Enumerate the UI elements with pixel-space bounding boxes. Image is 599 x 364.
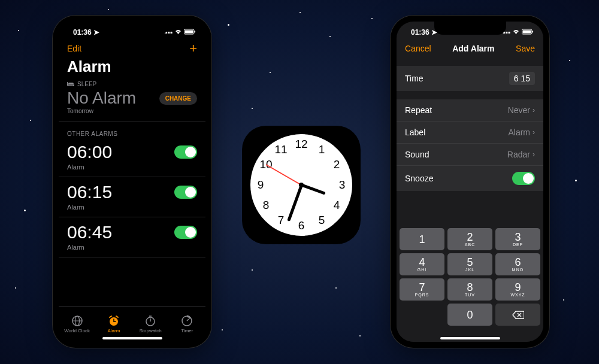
- alarm-time: 06:45: [67, 222, 112, 242]
- globe-icon: [71, 315, 83, 327]
- alarm-time: 06:15: [67, 182, 112, 202]
- key-backspace[interactable]: [495, 304, 540, 326]
- label-row[interactable]: Label Alarm›: [397, 122, 543, 144]
- chevron-right-icon: ›: [533, 128, 535, 136]
- alarm-icon: [108, 315, 120, 327]
- clock-app-icon: 12 1 2 3 4 5 6 7 8 9 10 11: [242, 126, 361, 244]
- alarm-item[interactable]: 06:15 Alarm: [59, 180, 205, 220]
- notch: [96, 22, 168, 35]
- divider: [59, 122, 205, 122]
- battery-icon: [184, 28, 196, 37]
- sleep-section-label: Sleep: [77, 81, 96, 87]
- svg-rect-18: [533, 31, 534, 33]
- no-alarm-text: No Alarm: [67, 89, 136, 108]
- backspace-icon: [512, 311, 524, 319]
- wifi-icon: [174, 28, 182, 37]
- sound-row[interactable]: Sound Radar›: [397, 144, 543, 166]
- alarm-label: Alarm: [59, 204, 205, 214]
- alarm-label: Alarm: [59, 163, 205, 174]
- wifi-icon: [512, 28, 520, 37]
- key-2[interactable]: 2ABC: [447, 228, 492, 250]
- home-indicator[interactable]: [440, 337, 500, 339]
- phone-add-alarm: 01:36 ➤ ▪▪▪▪ Cancel Add Alarm Save Time …: [391, 16, 549, 348]
- cancel-button[interactable]: Cancel: [405, 44, 431, 53]
- time-label: Time: [405, 74, 423, 83]
- options-group: Repeat Never› Label Alarm› Sound Radar› …: [397, 99, 543, 191]
- key-0[interactable]: 0: [447, 304, 492, 326]
- timer-icon: [181, 315, 193, 327]
- key-7[interactable]: 7PQRS: [400, 278, 444, 301]
- svg-rect-2: [195, 31, 196, 33]
- page-title: Alarm: [59, 57, 205, 80]
- tab-world-clock[interactable]: World Clock: [59, 307, 95, 342]
- key-3[interactable]: 3DEF: [495, 228, 540, 250]
- svg-line-8: [116, 316, 118, 317]
- clock-center: [299, 183, 304, 187]
- chevron-right-icon: ›: [533, 150, 535, 159]
- clock-face: 12 1 2 3 4 5 6 7 8 9 10 11: [250, 134, 352, 236]
- battery-icon: [522, 28, 534, 37]
- alarm-toggle[interactable]: [174, 186, 197, 199]
- svg-line-15: [187, 319, 189, 321]
- key-6[interactable]: 6MNO: [495, 253, 540, 275]
- modal-title: Add Alarm: [452, 44, 494, 53]
- add-alarm-button[interactable]: +: [189, 41, 197, 56]
- alarm-toggle[interactable]: [174, 226, 197, 239]
- numpad: 1 2ABC 3DEF 4GHI 5JKL 6MNO 7PQRS 8TUV 9W…: [397, 225, 543, 329]
- edit-button[interactable]: Edit: [67, 44, 81, 53]
- alarm-item[interactable]: 06:45 Alarm: [59, 220, 205, 260]
- stopwatch-icon: [144, 315, 156, 327]
- svg-line-7: [110, 316, 111, 317]
- alarm-label: Alarm: [59, 244, 205, 254]
- svg-rect-17: [523, 31, 531, 34]
- hour-hand: [301, 184, 325, 195]
- key-1[interactable]: 1: [400, 228, 444, 250]
- phone-alarm-list: 01:36 ➤ ▪▪▪▪ Edit + Alarm Sleep No Alarm…: [53, 16, 211, 348]
- alarm-toggle[interactable]: [174, 145, 197, 159]
- tab-bar: World Clock Alarm Stopwatch Timer: [59, 306, 205, 342]
- nav-bar: Cancel Add Alarm Save: [397, 40, 543, 57]
- status-time: 01:36: [411, 28, 429, 37]
- alarm-item[interactable]: 06:00 Alarm: [59, 139, 205, 180]
- bed-icon: [67, 82, 74, 87]
- second-hand: [266, 164, 302, 186]
- svg-rect-1: [185, 31, 193, 34]
- tomorrow-label: Tomorrow: [59, 108, 205, 119]
- snooze-toggle[interactable]: [512, 172, 535, 185]
- time-group: Time 615: [397, 66, 543, 91]
- nav-bar: Edit +: [59, 40, 205, 57]
- change-button[interactable]: CHANGE: [159, 92, 197, 105]
- home-indicator[interactable]: [102, 337, 162, 339]
- chevron-right-icon: ›: [533, 106, 535, 114]
- key-5[interactable]: 5JKL: [447, 253, 492, 275]
- notch: [434, 22, 506, 35]
- tab-timer[interactable]: Timer: [169, 307, 205, 342]
- status-time: 01:36: [73, 28, 92, 37]
- key-9[interactable]: 9WXYZ: [495, 278, 540, 301]
- other-alarms-label: OTHER ALARMS: [59, 125, 205, 139]
- time-value[interactable]: 615: [509, 72, 535, 85]
- snooze-row: Snooze: [397, 166, 543, 191]
- alarm-time: 06:00: [67, 142, 112, 162]
- key-8[interactable]: 8TUV: [447, 278, 492, 301]
- repeat-row[interactable]: Repeat Never›: [397, 99, 543, 122]
- key-4[interactable]: 4GHI: [400, 253, 444, 275]
- key-empty: [400, 304, 444, 326]
- minute-hand: [287, 184, 303, 222]
- save-button[interactable]: Save: [516, 44, 535, 53]
